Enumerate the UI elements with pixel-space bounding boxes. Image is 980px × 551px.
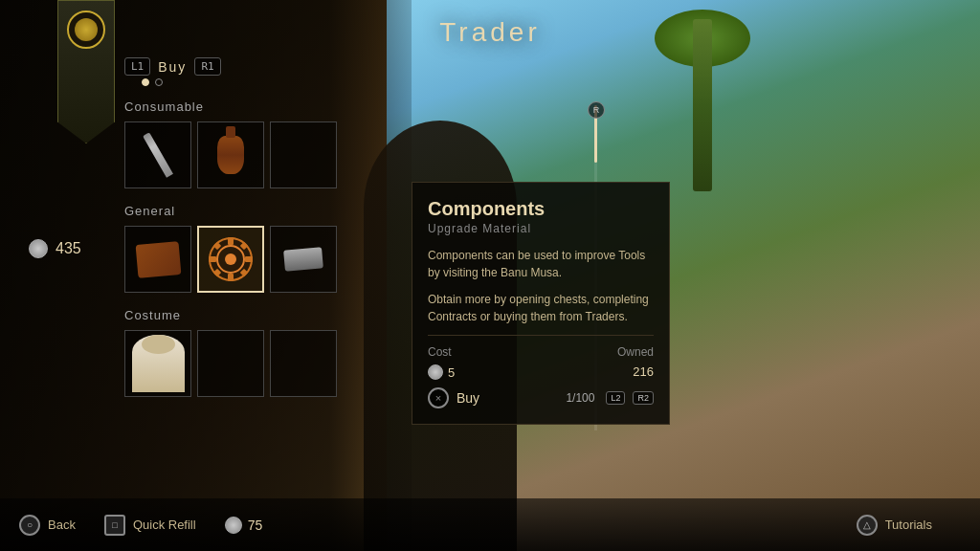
currency-display: 435: [29, 239, 81, 258]
banner: [57, 0, 115, 143]
dagger-icon: [143, 132, 173, 177]
flask-icon: [217, 136, 244, 174]
cost-value: 5: [428, 364, 455, 380]
buy-row: × Buy 1/100 L2 R2: [428, 387, 654, 408]
buy-button-icon[interactable]: ×: [428, 387, 449, 408]
quick-refill-action[interactable]: □ Quick Refill: [104, 515, 196, 536]
tutorials-button-icon[interactable]: △: [857, 515, 878, 536]
buy-quantity: 1/100: [566, 391, 594, 405]
detail-divider: [428, 335, 654, 336]
section-general-label: General: [124, 204, 402, 218]
cost-coin-icon: [428, 364, 443, 380]
consumable-items-row: [124, 121, 402, 188]
item-slot-costume-empty2[interactable]: [270, 330, 337, 397]
item-slot-costume[interactable]: [124, 330, 191, 397]
svg-rect-4: [209, 256, 216, 262]
tab-dot-2[interactable]: [155, 78, 163, 86]
owned-label: Owned: [617, 345, 654, 359]
bottom-bar: ○ Back □ Quick Refill 75 △ Tutorials: [0, 498, 980, 551]
svg-rect-5: [245, 256, 253, 262]
currency-icon: [29, 239, 48, 258]
tab-left-button[interactable]: L1: [124, 57, 150, 76]
svg-rect-3: [228, 274, 234, 281]
general-items-row: [124, 226, 402, 293]
tab-indicators: [142, 78, 163, 86]
detail-description-1: Components can be used to improve Tools …: [428, 247, 654, 281]
detail-description-2: Obtain more by opening chests, completin…: [428, 291, 654, 325]
scroll-r-badge: R: [588, 101, 605, 119]
page-title: Trader: [439, 17, 540, 48]
item-slot-dagger[interactable]: [124, 121, 191, 188]
tab-active-label: Buy: [158, 59, 187, 75]
back-action[interactable]: ○ Back: [19, 515, 76, 536]
tab-right-button[interactable]: R1: [194, 57, 220, 76]
detail-panel: Components Upgrade Material Components c…: [412, 182, 670, 425]
component-icon: [207, 235, 255, 283]
detail-values-row: 5 216: [428, 364, 654, 380]
ui-layer: Trader L1 Buy R1 435 R Consumable: [0, 0, 980, 551]
costume-items-row: [124, 330, 402, 397]
l2-badge: L2: [606, 391, 625, 405]
buy-label[interactable]: Buy: [457, 390, 558, 406]
tab-dot-1[interactable]: [142, 78, 149, 86]
detail-subtitle: Upgrade Material: [428, 222, 654, 235]
back-button-icon[interactable]: ○: [19, 515, 40, 536]
item-slot-costume-empty1[interactable]: [197, 330, 264, 397]
tutorials-label: Tutorials: [885, 518, 932, 532]
banner-emblem-inner: [75, 18, 98, 41]
r2-badge: R2: [633, 391, 654, 405]
owned-amount: 216: [633, 364, 654, 380]
banner-emblem: [67, 11, 105, 49]
detail-cost-row: Cost Owned: [428, 345, 654, 359]
tutorials-action[interactable]: △ Tutorials: [857, 515, 932, 536]
shop-panel: Consumable General: [124, 96, 402, 494]
section-costume-label: Costume: [124, 308, 402, 322]
quick-refill-button-icon[interactable]: □: [104, 515, 125, 536]
bottom-currency-amount: 75: [248, 518, 263, 533]
section-consumable-label: Consumable: [124, 99, 402, 114]
bottom-currency: 75: [225, 517, 263, 534]
leather-icon: [135, 241, 181, 278]
back-label: Back: [48, 518, 76, 532]
item-slot-consumable-empty[interactable]: [270, 121, 337, 188]
cost-amount: 5: [448, 365, 455, 380]
cost-label: Cost: [428, 345, 452, 359]
svg-rect-2: [228, 237, 234, 245]
costume-icon: [132, 335, 185, 392]
bottom-currency-icon: [225, 517, 242, 534]
ingot-icon: [283, 247, 323, 271]
item-slot-component[interactable]: [197, 226, 264, 293]
item-slot-ingot[interactable]: [270, 226, 337, 293]
item-slot-flask[interactable]: [197, 121, 264, 188]
svg-point-10: [225, 253, 236, 265]
detail-title: Components: [428, 198, 654, 220]
tab-bar: L1 Buy R1: [124, 57, 221, 76]
item-slot-leather[interactable]: [124, 226, 191, 293]
quick-refill-label: Quick Refill: [133, 518, 196, 532]
currency-amount: 435: [56, 240, 81, 257]
